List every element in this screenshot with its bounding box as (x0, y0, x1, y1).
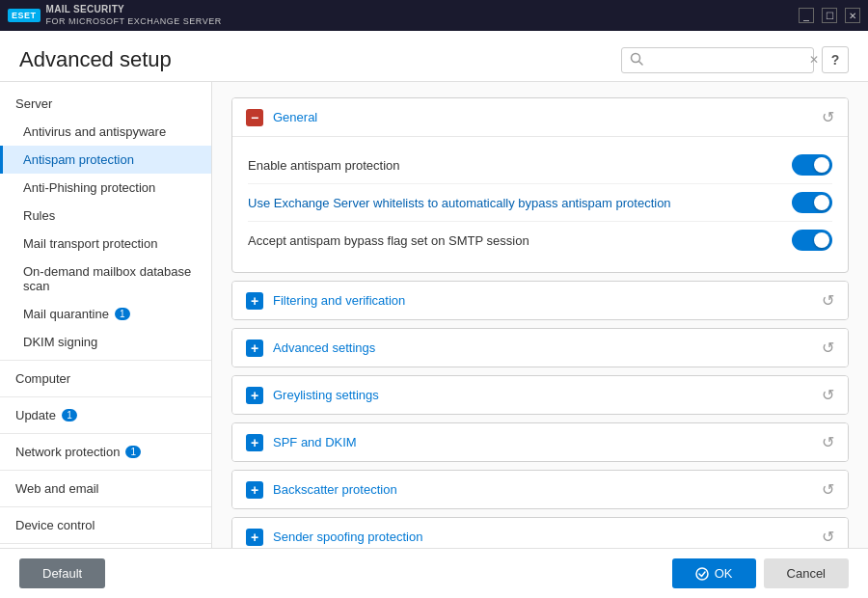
section-header-sender-spoofing[interactable]: +Sender spoofing protection↺ (232, 518, 848, 548)
expand-icon: + (246, 434, 263, 451)
header-right: ✕ ? (621, 46, 849, 73)
section-filtering-verification: +Filtering and verification↺ (231, 281, 849, 320)
svg-line-1 (639, 61, 643, 65)
section-header-filtering-verification[interactable]: +Filtering and verification↺ (232, 282, 848, 319)
sidebar-item-label: On-demand mailbox database scan (23, 264, 196, 293)
section-reset-greylisting[interactable]: ↺ (822, 386, 834, 404)
sidebar-badge: 1 (125, 446, 141, 458)
sidebar-item-update[interactable]: Update1 (0, 401, 211, 429)
sidebar-item-label: Device control (15, 518, 95, 532)
sidebar-item-label: Mail quarantine (23, 307, 109, 321)
section-header-spf-dkim[interactable]: +SPF and DKIM↺ (232, 423, 848, 461)
toggle-row-enable-antispam: Enable antispam protection (248, 147, 832, 183)
section-reset-filtering-verification[interactable]: ↺ (822, 291, 834, 310)
toggle-row-exchange-whitelist: Use Exchange Server whitelists to automa… (248, 184, 832, 221)
restore-button[interactable]: ☐ (822, 8, 837, 23)
section-spf-dkim: +SPF and DKIM↺ (231, 422, 849, 462)
main-window: Advanced setup ✕ ? ServerAntivirus and a… (0, 31, 868, 598)
sidebar-item-antivirus[interactable]: Antivirus and antispyware (0, 118, 211, 146)
section-reset-advanced-settings[interactable]: ↺ (822, 339, 834, 357)
section-body-general: Enable antispam protectionUse Exchange S… (232, 136, 848, 272)
sidebar-badge: 1 (62, 409, 77, 421)
default-button[interactable]: Default (19, 558, 105, 588)
titlebar: ESET MAIL SECURITY FOR MICROSOFT EXCHANG… (0, 0, 868, 31)
section-backscatter: +Backscatter protection↺ (231, 470, 849, 509)
sidebar-item-label: Antispam protection (23, 152, 134, 167)
collapse-icon: − (246, 109, 263, 126)
sidebar-separator (0, 396, 211, 397)
sidebar-item-dkim[interactable]: DKIM signing (0, 328, 211, 356)
minimize-button[interactable]: ⎯ (799, 8, 814, 23)
section-title-spf-dkim: SPF and DKIM (273, 435, 822, 449)
section-title-filtering-verification: Filtering and verification (273, 293, 822, 308)
eset-logo-badge: ESET (8, 9, 41, 22)
section-title-sender-spoofing: Sender spoofing protection (273, 530, 822, 544)
help-button[interactable]: ? (822, 46, 849, 73)
sidebar-separator (0, 433, 211, 434)
section-greylisting: +Greylisting settings↺ (231, 375, 849, 415)
sidebar-separator (0, 470, 211, 471)
sidebar-item-antiphishing[interactable]: Anti-Phishing protection (0, 174, 211, 202)
section-title-greylisting: Greylisting settings (273, 388, 822, 402)
section-general: −General↺Enable antispam protectionUse E… (231, 97, 849, 273)
page-title: Advanced setup (19, 47, 172, 72)
section-header-greylisting[interactable]: +Greylisting settings↺ (232, 376, 848, 414)
close-button[interactable]: ✕ (845, 8, 860, 23)
search-clear-icon[interactable]: ✕ (809, 53, 819, 67)
section-title-general: General (273, 110, 822, 124)
section-reset-general[interactable]: ↺ (822, 108, 834, 126)
toggle-switch-enable-antispam[interactable] (792, 154, 832, 176)
expand-icon: + (246, 340, 263, 357)
search-input[interactable] (647, 53, 809, 68)
toggle-switch-bypass-flag[interactable] (792, 230, 832, 251)
toggle-knob (814, 157, 829, 173)
sidebar-item-rules[interactable]: Rules (0, 202, 211, 230)
sidebar-item-device-control[interactable]: Device control (0, 511, 211, 539)
toggle-label-exchange-whitelist: Use Exchange Server whitelists to automa… (248, 196, 792, 210)
sidebar-item-ondemand[interactable]: On-demand mailbox database scan (0, 258, 211, 300)
sidebar-item-label: Anti-Phishing protection (23, 180, 155, 195)
toggle-knob (814, 232, 829, 248)
ok-button[interactable]: OK (672, 558, 756, 588)
sidebar: ServerAntivirus and antispywareAntispam … (0, 82, 212, 548)
toggle-label-enable-antispam: Enable antispam protection (248, 158, 792, 173)
sidebar-item-label: Update (15, 408, 56, 422)
cancel-button[interactable]: Cancel (764, 558, 849, 588)
sidebar-item-antispam[interactable]: Antispam protection (0, 146, 211, 174)
sidebar-separator (0, 506, 211, 507)
sidebar-item-label: Web and email (15, 481, 98, 496)
section-header-general[interactable]: −General↺ (232, 98, 848, 136)
section-reset-backscatter[interactable]: ↺ (822, 480, 834, 499)
sidebar-item-mail-quarantine[interactable]: Mail quarantine1 (0, 300, 211, 328)
titlebar-logo: ESET MAIL SECURITY FOR MICROSOFT EXCHANG… (8, 4, 799, 27)
section-reset-spf-dkim[interactable]: ↺ (822, 433, 834, 451)
section-header-advanced-settings[interactable]: +Advanced settings↺ (232, 329, 848, 367)
search-icon (630, 52, 643, 68)
sidebar-item-network-protection[interactable]: Network protection1 (0, 438, 211, 466)
sidebar-separator (0, 360, 211, 361)
sidebar-item-mail-transport[interactable]: Mail transport protection (0, 230, 211, 258)
expand-icon: + (246, 387, 263, 404)
section-sender-spoofing: +Sender spoofing protection↺ (231, 517, 849, 548)
ok-icon (695, 567, 709, 581)
toggle-row-bypass-flag: Accept antispam bypass flag set on SMTP … (248, 222, 832, 258)
titlebar-product-name: MAIL SECURITY FOR MICROSOFT EXCHANGE SER… (46, 4, 222, 27)
search-box: ✕ (621, 47, 814, 73)
section-advanced-settings: +Advanced settings↺ (231, 328, 849, 367)
sidebar-item-label: DKIM signing (23, 335, 97, 349)
sidebar-item-server[interactable]: Server (0, 90, 211, 118)
section-header-backscatter[interactable]: +Backscatter protection↺ (232, 471, 848, 508)
toggle-label-bypass-flag: Accept antispam bypass flag set on SMTP … (248, 233, 792, 248)
svg-point-2 (696, 568, 708, 580)
sidebar-item-label: Computer (15, 371, 70, 386)
toggle-switch-exchange-whitelist[interactable] (792, 192, 832, 213)
section-reset-sender-spoofing[interactable]: ↺ (822, 528, 834, 546)
sidebar-item-label: Rules (23, 208, 55, 223)
body: ServerAntivirus and antispywareAntispam … (0, 82, 868, 548)
sidebar-item-label: Antivirus and antispyware (23, 124, 166, 139)
expand-icon: + (246, 292, 263, 310)
sidebar-item-computer[interactable]: Computer (0, 365, 211, 393)
section-title-backscatter: Backscatter protection (273, 482, 822, 497)
header: Advanced setup ✕ ? (0, 31, 868, 82)
sidebar-item-web-email[interactable]: Web and email (0, 475, 211, 503)
